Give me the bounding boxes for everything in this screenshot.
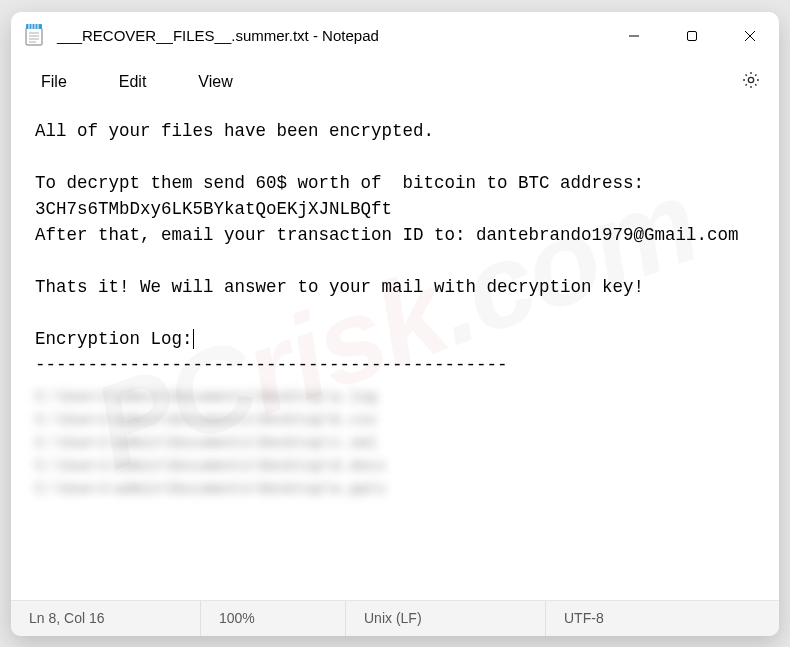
status-zoom[interactable]: 100% xyxy=(201,601,346,636)
svg-point-14 xyxy=(748,77,753,82)
svg-rect-11 xyxy=(688,31,697,40)
close-button[interactable] xyxy=(721,12,779,60)
status-line-ending: Unix (LF) xyxy=(346,601,546,636)
text-line: After that, email your transaction ID to… xyxy=(35,225,739,245)
statusbar: Ln 8, Col 16 100% Unix (LF) UTF-8 xyxy=(11,600,779,636)
status-encoding: UTF-8 xyxy=(546,601,779,636)
menu-view[interactable]: View xyxy=(188,67,242,97)
svg-rect-1 xyxy=(26,24,42,29)
window-controls xyxy=(605,12,779,60)
text-caret xyxy=(193,329,194,349)
menubar: File Edit View xyxy=(11,60,779,104)
text-line: Encryption Log: xyxy=(35,329,193,349)
text-line: ----------------------------------------… xyxy=(35,355,508,375)
text-editor[interactable]: All of your files have been encrypted. T… xyxy=(11,104,779,600)
notepad-icon xyxy=(25,24,43,46)
text-line: To decrypt them send 60$ worth of bitcoi… xyxy=(35,173,655,219)
minimize-button[interactable] xyxy=(605,12,663,60)
gear-icon xyxy=(741,70,761,94)
settings-button[interactable] xyxy=(733,64,769,100)
menu-file[interactable]: File xyxy=(31,67,77,97)
text-line: Thats it! We will answer to your mail wi… xyxy=(35,277,644,297)
notepad-window: ___RECOVER__FILES__.summer.txt - Notepad… xyxy=(11,12,779,636)
text-line: All of your files have been encrypted. xyxy=(35,121,434,141)
window-title: ___RECOVER__FILES__.summer.txt - Notepad xyxy=(57,27,605,44)
encryption-log-blurred: C:\Users\admin\Documents\Desktop\a.log C… xyxy=(35,386,755,501)
menu-edit[interactable]: Edit xyxy=(109,67,157,97)
titlebar[interactable]: ___RECOVER__FILES__.summer.txt - Notepad xyxy=(11,12,779,60)
status-position: Ln 8, Col 16 xyxy=(11,601,201,636)
maximize-button[interactable] xyxy=(663,12,721,60)
